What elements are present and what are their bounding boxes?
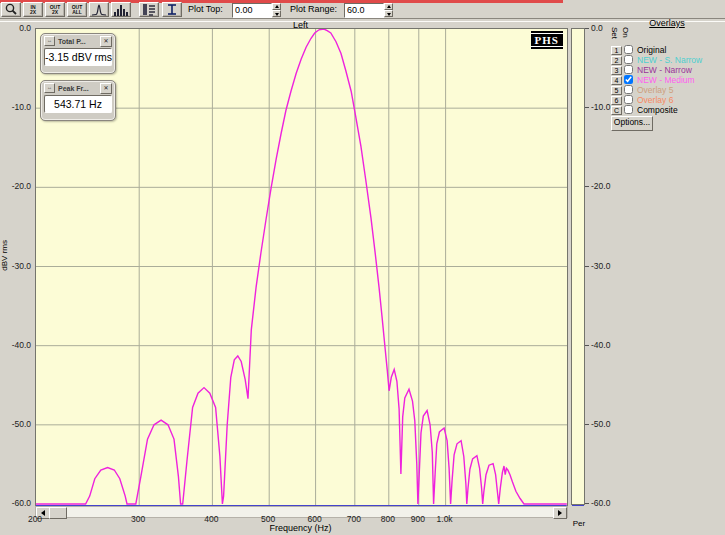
overlay-set-button-3[interactable]: 3 xyxy=(611,66,622,75)
y-axis-tick-mark xyxy=(585,424,589,425)
readout-title: Peak Fr... xyxy=(58,85,89,92)
zoom-in-2x-button[interactable]: IN2X xyxy=(23,2,43,17)
magnifier-icon xyxy=(4,3,18,16)
overlay-on-checkbox-3[interactable] xyxy=(624,65,633,74)
x-axis-tick-label: 200 xyxy=(28,514,42,524)
x-axis-title: Frequency (Hz) xyxy=(35,523,566,533)
peak-curve-button[interactable] xyxy=(89,2,109,17)
y-axis-tick-label-right: -50.0 xyxy=(591,420,610,429)
y-axis-tick-label: -60.0 xyxy=(1,499,31,508)
plot-top-spinner[interactable] xyxy=(272,3,281,17)
y-axis-tick-label: -40.0 xyxy=(1,341,31,350)
readout-title: Total P... xyxy=(58,38,86,45)
overlay-set-button-6[interactable]: 6 xyxy=(611,96,622,105)
per-pane-floor-dash xyxy=(572,505,584,507)
overlay-on-checkbox-5[interactable] xyxy=(624,85,633,94)
levels-icon xyxy=(142,3,156,16)
overlay-label-4: NEW - Medium xyxy=(637,76,695,85)
spinner-down-icon[interactable] xyxy=(272,10,281,17)
right-arrow-icon xyxy=(558,510,565,516)
y-axis-tick-label: -30.0 xyxy=(1,262,31,271)
peak-frequency-readout[interactable]: ↔ Peak Fr... ✕ 543.71 Hz xyxy=(40,80,116,121)
y-axis-tick-label-right: -30.0 xyxy=(591,262,610,271)
phs-badge: PHS xyxy=(531,31,563,49)
overlay-on-checkbox-4[interactable] xyxy=(624,75,633,84)
spectrum-bars-button[interactable] xyxy=(111,2,131,17)
close-icon[interactable]: ✕ xyxy=(100,36,112,47)
plot-top-input[interactable]: 0.00 xyxy=(232,3,272,18)
overlay-row-C: CComposite xyxy=(611,106,723,116)
close-icon[interactable]: ✕ xyxy=(100,83,112,94)
x-axis-tick-label: 500 xyxy=(261,514,275,524)
overlay-set-button-5[interactable]: 5 xyxy=(611,86,622,95)
overlay-label-3: NEW - Narrow xyxy=(637,66,692,75)
total-power-readout[interactable]: ↔ Total P... ✕ -3.15 dBV rms xyxy=(40,33,116,74)
overlay-on-checkbox-C[interactable] xyxy=(624,105,633,114)
y-axis-tick-mark xyxy=(585,266,589,267)
zoom-out-2x-button[interactable]: OUT2X xyxy=(45,2,65,17)
spinner-up-icon[interactable] xyxy=(272,3,281,10)
levels-button[interactable] xyxy=(139,2,159,17)
y-axis-tick-mark xyxy=(585,345,589,346)
x-axis-tick-label: 900 xyxy=(411,514,425,524)
overlay-label-2: NEW - S. Narrow xyxy=(637,56,702,65)
x-axis-tick-label: 1.0k xyxy=(437,514,453,524)
overlay-set-button-2[interactable]: 2 xyxy=(611,56,622,65)
y-axis-tick-label-right: -40.0 xyxy=(591,341,610,350)
zoom-out-all-button[interactable]: OUTALL xyxy=(67,2,87,17)
zoom-button[interactable] xyxy=(1,2,21,17)
y-axis-tick-label: -20.0 xyxy=(1,182,31,191)
overlay-on-checkbox-1[interactable] xyxy=(624,45,633,54)
plot-range-input[interactable]: 60.0 xyxy=(344,3,384,18)
y-axis-tick-mark xyxy=(585,503,589,504)
y-axis-tick-mark xyxy=(585,28,589,29)
overlay-set-button-C[interactable]: C xyxy=(611,106,622,115)
per-pane-label: Per xyxy=(570,519,588,528)
overlay-label-C: Composite xyxy=(637,106,678,115)
scrollbar-thumb[interactable] xyxy=(49,507,67,519)
plot-top-label: Plot Top: xyxy=(188,4,223,14)
readout-icon: ↔ xyxy=(44,83,55,93)
marker-ibeam-button[interactable] xyxy=(162,2,182,17)
peak-frequency-value: 543.71 Hz xyxy=(44,95,112,113)
y-axis-tick-mark xyxy=(585,186,589,187)
y-axis-tick-label-right: -10.0 xyxy=(591,103,610,112)
horizontal-scrollbar[interactable] xyxy=(35,506,568,518)
scroll-right-button[interactable] xyxy=(553,507,567,519)
readout-icon: ↔ xyxy=(44,36,55,46)
spinner-up-icon[interactable] xyxy=(384,3,393,10)
y-axis-tick-label-right: -20.0 xyxy=(591,182,610,191)
overlay-label-1: Original xyxy=(637,46,666,55)
y-axis-tick-label-right: 0.0 xyxy=(591,24,603,33)
overlays-options-button[interactable]: Options... xyxy=(611,116,653,131)
y-axis-tick-label: -50.0 xyxy=(1,420,31,429)
x-axis-tick-label: 400 xyxy=(204,514,218,524)
overlay-label-5: Overlay 5 xyxy=(637,86,673,95)
plot-range-spinner[interactable] xyxy=(384,3,393,17)
x-axis-tick-label: 300 xyxy=(131,514,145,524)
y-axis-tick-label: -10.0 xyxy=(1,103,31,112)
peak-curve-icon xyxy=(91,3,107,16)
overlay-on-checkbox-6[interactable] xyxy=(624,95,633,104)
y-axis-tick-label: 0.0 xyxy=(1,24,31,33)
x-axis-tick-label: 700 xyxy=(347,514,361,524)
ibeam-icon xyxy=(166,3,178,16)
spectrum-bars-icon xyxy=(113,3,129,16)
x-axis-tick-label: 800 xyxy=(381,514,395,524)
overlays-on-column-header: On xyxy=(621,27,630,38)
y-axis-tick-label-right: -60.0 xyxy=(591,499,610,508)
total-power-value: -3.15 dBV rms xyxy=(44,48,112,66)
spinner-down-icon[interactable] xyxy=(384,10,393,17)
x-axis-tick-label: 600 xyxy=(307,514,321,524)
overlay-set-button-1[interactable]: 1 xyxy=(611,46,622,55)
overlays-set-column-header: Set xyxy=(610,27,619,39)
overlay-label-6: Overlay 6 xyxy=(637,96,673,105)
overlay-set-button-4[interactable]: 4 xyxy=(611,76,622,85)
plot-range-label: Plot Range: xyxy=(290,4,337,14)
y-axis-title: dBV rms xyxy=(0,240,12,310)
overlay-on-checkbox-2[interactable] xyxy=(624,55,633,64)
y-axis-tick-mark xyxy=(585,107,589,108)
per-pane xyxy=(571,28,585,505)
